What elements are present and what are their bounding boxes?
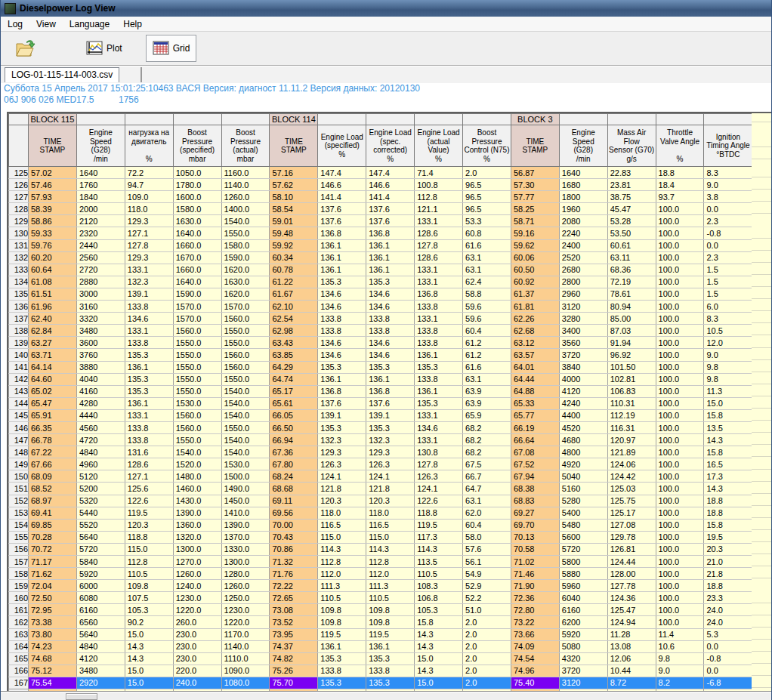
cell[interactable]: 1050.0 — [173, 167, 221, 179]
cell[interactable]: 9.0 — [704, 179, 752, 191]
cell[interactable]: 56.87 — [511, 167, 559, 179]
cell[interactable]: 135.3 — [318, 276, 366, 288]
cell[interactable]: 6.0 — [704, 301, 752, 313]
cell[interactable]: 133.1 — [415, 264, 463, 276]
cell[interactable]: 51.0 — [463, 604, 511, 616]
cell[interactable]: 136.8 — [415, 288, 463, 300]
horizontal-scrollbar-thumb[interactable] — [66, 693, 97, 700]
cell[interactable]: 6000 — [76, 580, 125, 592]
row-number-cell[interactable]: 129 — [9, 215, 29, 227]
cell[interactable]: 136.1 — [415, 349, 463, 361]
cell[interactable]: 15.8 — [704, 409, 752, 421]
cell[interactable]: 133.8 — [318, 325, 366, 337]
cell[interactable]: 96.92 — [607, 349, 656, 361]
cell[interactable]: 91.94 — [607, 337, 656, 349]
cell[interactable]: 105.3 — [125, 604, 173, 616]
row-number-cell[interactable]: 134 — [9, 276, 29, 288]
cell[interactable]: 70.13 — [511, 531, 559, 543]
cell[interactable]: 61.96 — [29, 301, 77, 313]
cell[interactable]: 132.3 — [318, 434, 366, 446]
cell[interactable]: 1.5 — [704, 276, 752, 288]
cell[interactable]: 1640 — [559, 167, 607, 179]
cell[interactable]: 1580.0 — [221, 239, 270, 251]
cell[interactable]: 68.2 — [463, 421, 511, 433]
cell[interactable]: 5160 — [559, 483, 607, 495]
row-number-cell[interactable]: 163 — [9, 628, 29, 640]
cell[interactable]: 8.3 — [704, 167, 752, 179]
cell[interactable]: 1550.0 — [173, 373, 221, 385]
cell[interactable]: 100.0 — [656, 495, 704, 507]
cell[interactable]: 74.23 — [29, 640, 77, 652]
cell[interactable]: 133.8 — [366, 325, 415, 337]
cell[interactable]: 100.0 — [656, 215, 704, 227]
cell[interactable]: 4120 — [559, 385, 607, 397]
cell[interactable]: 125.6 — [125, 483, 173, 495]
cell[interactable]: 61.81 — [511, 301, 559, 313]
cell[interactable]: 10.44 — [607, 665, 656, 677]
cell[interactable]: 21.8 — [704, 568, 752, 580]
table-row[interactable]: 14164.143880136.11550.01560.064.29135.31… — [9, 361, 752, 373]
cell[interactable]: 65.47 — [29, 397, 77, 409]
cell[interactable]: 1540.0 — [221, 385, 270, 397]
cell[interactable]: 57.93 — [29, 191, 77, 203]
cell[interactable]: 1320.0 — [173, 531, 221, 543]
table-row[interactable]: 12858.392000118.01580.01400.058.54137.61… — [9, 203, 752, 215]
table-row[interactable]: 14967.664960128.61520.01530.067.80126.31… — [9, 458, 752, 470]
cell[interactable]: 16.5 — [704, 458, 752, 470]
cell[interactable]: 109.0 — [125, 191, 173, 203]
cell[interactable]: 74.37 — [270, 640, 318, 652]
cell[interactable]: 2.3 — [704, 215, 752, 227]
cell[interactable]: 12.06 — [607, 652, 656, 665]
cell[interactable]: 67.94 — [511, 470, 559, 483]
horizontal-scrollbar[interactable] — [1, 691, 771, 700]
cell[interactable]: 4720 — [76, 434, 125, 446]
cell[interactable]: 4240 — [559, 397, 607, 409]
cell[interactable]: 1660.0 — [173, 264, 221, 276]
cell[interactable]: 100.0 — [656, 470, 704, 483]
cell[interactable]: 119.5 — [318, 628, 366, 640]
cell[interactable]: 0.0 — [704, 203, 752, 215]
cell[interactable]: 137.6 — [366, 203, 415, 215]
cell[interactable]: 109.8 — [366, 616, 415, 628]
cell[interactable]: 5480 — [559, 519, 607, 531]
cell[interactable]: 67.36 — [270, 446, 318, 458]
cell[interactable]: 5320 — [76, 495, 125, 507]
cell[interactable]: 1260.0 — [221, 580, 270, 592]
table-row-selected[interactable]: 16775.54292015.0240.01080.075.70135.3135… — [9, 677, 752, 689]
cell[interactable]: 15.0 — [125, 665, 173, 677]
cell[interactable]: 67.66 — [29, 458, 77, 470]
cell[interactable]: 100.0 — [656, 288, 704, 300]
cell[interactable]: 61.22 — [270, 276, 318, 288]
cell[interactable]: 129.3 — [125, 215, 173, 227]
cell[interactable]: 71.76 — [270, 568, 318, 580]
cell[interactable]: 129.3 — [366, 446, 415, 458]
cell[interactable]: 59.01 — [270, 215, 318, 227]
cell[interactable]: 2120 — [76, 215, 125, 227]
cell[interactable]: 116.5 — [366, 519, 415, 531]
cell[interactable]: 3880 — [76, 361, 125, 373]
cell[interactable]: 118.8 — [125, 531, 173, 543]
cell[interactable]: 69.27 — [511, 507, 559, 519]
cell[interactable]: 60.61 — [607, 239, 656, 251]
cell[interactable]: 61.6 — [463, 239, 511, 251]
cell[interactable]: 115.0 — [125, 543, 173, 555]
cell[interactable]: 125.47 — [607, 604, 656, 616]
cell[interactable]: 132.3 — [125, 276, 173, 288]
cell[interactable]: 12.0 — [704, 337, 752, 349]
cell[interactable]: 107.5 — [125, 592, 173, 604]
cell[interactable]: 136.1 — [366, 373, 415, 385]
cell[interactable]: 17.3 — [704, 470, 752, 483]
cell[interactable]: 2680 — [559, 264, 607, 276]
cell[interactable]: 4280 — [76, 397, 125, 409]
cell[interactable]: 71.02 — [511, 556, 559, 568]
cell[interactable]: 136.1 — [415, 385, 463, 397]
cell[interactable]: 118.0 — [125, 203, 173, 215]
cell[interactable]: 68.97 — [29, 495, 77, 507]
cell[interactable]: 136.1 — [318, 239, 366, 251]
cell[interactable]: 62.0 — [463, 507, 511, 519]
cell[interactable]: 240.0 — [173, 677, 221, 689]
cell[interactable]: 1550.0 — [221, 325, 270, 337]
cell[interactable]: 133.8 — [415, 325, 463, 337]
cell[interactable]: 8.72 — [607, 677, 656, 689]
cell[interactable]: 260.0 — [173, 616, 221, 628]
